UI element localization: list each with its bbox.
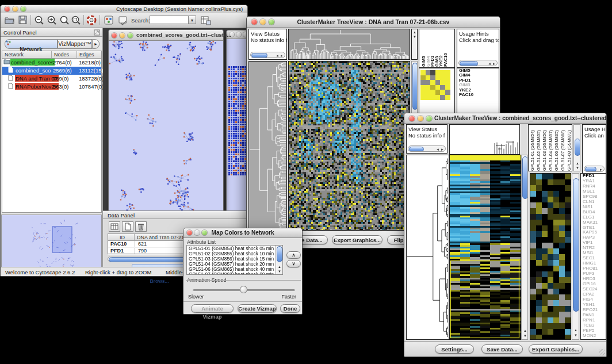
gene-label[interactable]: PAC10	[457, 93, 499, 97]
attribute-list-vscrollbar[interactable]: ▲ ▼	[276, 246, 282, 274]
col-header-id[interactable]: ID	[108, 234, 135, 241]
resize-grip[interactable]	[599, 349, 605, 355]
move-down-button[interactable]: ∨	[286, 260, 301, 267]
matrix-cell[interactable]	[430, 80, 435, 85]
network-view-window[interactable]: combined_scores_good.txt--cluste...	[108, 29, 224, 215]
matrix-cell[interactable]	[420, 85, 426, 90]
matrix-cell[interactable]	[420, 95, 426, 100]
dense-network-grid[interactable]	[228, 66, 248, 175]
column-label[interactable]: GPL51-04 (GSM857)	[548, 126, 553, 171]
attribute-list-item[interactable]: GPL51-07 (GSM868) heat shock 60 min	[189, 272, 274, 275]
matrix-cell[interactable]	[430, 85, 435, 90]
col-header-network[interactable]: Network	[2, 51, 52, 59]
tv2-column-labels[interactable]: GPL51-01 (GSM854)GPL51-02 (GSM855)GPL51-…	[528, 124, 572, 171]
done-button[interactable]: Done	[280, 304, 300, 313]
tab-network[interactable]: Network	[5, 39, 58, 49]
scroll-right-icon[interactable]: ►	[599, 168, 603, 171]
matrix-cell[interactable]	[420, 90, 426, 95]
matrix-cell[interactable]	[440, 95, 445, 100]
column-label[interactable]: GPL51-06 (GSM865)	[554, 126, 559, 171]
create-vizmap-button[interactable]: Create Vizmap	[238, 304, 277, 313]
export-graphics-button[interactable]: Export Graphics...	[332, 235, 382, 244]
column-label[interactable]: GPL51-03 (GSM856)	[542, 126, 547, 171]
tv2-heatmap[interactable]	[449, 155, 521, 340]
matrix-cell[interactable]	[445, 85, 450, 90]
main-titlebar[interactable]: Cytoscape Desktop (Session Name: collins…	[1, 5, 247, 13]
zoom-icon[interactable]	[128, 33, 133, 38]
column-label[interactable]: PAC10	[443, 40, 448, 67]
zoom-icon[interactable]	[21, 6, 26, 12]
scroll-up-icon[interactable]: ▲	[413, 30, 416, 34]
minimize-icon[interactable]	[120, 33, 125, 38]
scroll-down-icon[interactable]: ▼	[413, 35, 416, 39]
save-data-button[interactable]: Save Data...	[481, 344, 523, 354]
matrix-cell[interactable]	[435, 95, 441, 100]
matrix-cell[interactable]	[426, 85, 431, 90]
scroll-down-icon[interactable]: ▼	[574, 334, 577, 337]
save-icon[interactable]	[18, 15, 28, 25]
vizmap-shortcut-icon[interactable]	[104, 15, 114, 25]
matrix-cell[interactable]	[420, 80, 426, 85]
matrix-cell[interactable]	[426, 75, 431, 81]
column-label[interactable]: GPL51-07 (GSM868)	[560, 126, 565, 171]
matrix-cell[interactable]	[440, 75, 445, 81]
help-lifebuoy-icon[interactable]	[86, 15, 97, 25]
close-icon[interactable]	[112, 33, 117, 38]
zoom-selected-icon[interactable]	[71, 15, 82, 25]
attribute-listbox[interactable]: GPL51-01 (GSM854) heat shock 05 minGPL51…	[186, 245, 283, 275]
birdseye-view[interactable]	[1, 214, 102, 271]
treeview-combined-titlebar[interactable]: ClusterMaker TreeView : combined_scores_…	[404, 113, 606, 124]
matrix-cell[interactable]	[445, 80, 450, 85]
birdseye-network-thumbnail[interactable]	[2, 215, 101, 270]
scroll-up-icon[interactable]: ▲	[576, 162, 579, 165]
matrix-cell[interactable]	[426, 95, 431, 100]
matrix-cell[interactable]	[435, 70, 441, 75]
network-view-titlebar[interactable]: combined_scores_good.txt--cluste...	[109, 30, 223, 41]
matrix-cell[interactable]	[445, 95, 450, 100]
tv1-column-labels[interactable]: GIM5GIM4PFD1GIM3YKE2PAC10	[419, 29, 455, 68]
delete-attribute-trash-icon[interactable]	[135, 221, 147, 232]
settings-button[interactable]: Settings...	[435, 344, 474, 354]
tv2-gene-dendrogram[interactable]	[406, 155, 449, 340]
matrix-cell[interactable]	[430, 90, 435, 95]
matrix-cell[interactable]	[445, 75, 450, 81]
select-attributes-icon[interactable]	[109, 221, 120, 232]
matrix-cell[interactable]	[445, 70, 450, 75]
float-panel-icon[interactable]	[94, 29, 100, 36]
scroll-left-icon[interactable]: ◄	[276, 54, 279, 58]
export-graphics-button[interactable]: Export Graphics...	[529, 344, 583, 354]
network-tree-row[interactable]: RNAPuberNov2+563(0)107847(0)	[2, 83, 101, 91]
scroll-down-icon[interactable]: ▼	[278, 270, 281, 273]
matrix-cell[interactable]	[440, 90, 445, 95]
network-tree-row[interactable]: DNA and Tran 07769(0)183728(0)	[2, 75, 101, 83]
tv1-gene-dendrogram[interactable]	[248, 61, 287, 231]
search-input[interactable]	[150, 16, 189, 24]
scroll-down-icon[interactable]: ▼	[523, 334, 527, 338]
tv2-zoom-heatmap[interactable]	[530, 173, 571, 340]
zoom-in-icon[interactable]	[47, 15, 58, 25]
matrix-cell[interactable]	[440, 85, 445, 90]
tv1-heatmap[interactable]	[288, 61, 410, 231]
column-label[interactable]: GPL51-02 (GSM855)	[536, 126, 541, 171]
annotation-icon[interactable]	[118, 15, 128, 25]
scroll-left-icon[interactable]: ◄	[488, 62, 491, 66]
tv1-status-hscrollbar[interactable]: ◄ ►	[250, 52, 285, 58]
tv2-zoom-vscrollbar[interactable]: ▲ ▼	[572, 173, 579, 340]
matrix-cell[interactable]	[435, 75, 441, 81]
scroll-right-icon[interactable]: ►	[441, 148, 444, 151]
scroll-up-icon[interactable]: ▲	[278, 265, 281, 269]
tv2-status-hscrollbar[interactable]: ◄ ►	[408, 145, 446, 152]
tv2-vscrollbar[interactable]: ▲ ▼	[521, 155, 528, 340]
network-graph[interactable]	[109, 41, 223, 215]
col-header-edges[interactable]: Edges	[77, 51, 101, 59]
matrix-cell[interactable]	[430, 75, 435, 81]
treeview-dna-titlebar[interactable]: ClusterMaker TreeView : DNA and Tran 07-…	[247, 17, 500, 28]
tab-overflow-button[interactable]: ►	[92, 39, 100, 49]
tv1-column-dendrogram[interactable]	[288, 29, 410, 60]
open-folder-icon[interactable]	[4, 15, 15, 25]
scroll-left-icon[interactable]: ◄	[436, 148, 439, 151]
network-tree-row[interactable]: combined_sco2569(6)13112(15)	[2, 67, 101, 75]
tv2-hints-hscrollbar[interactable]: ►	[584, 166, 605, 172]
matrix-cell[interactable]	[426, 90, 431, 95]
matrix-cell[interactable]	[430, 70, 435, 75]
